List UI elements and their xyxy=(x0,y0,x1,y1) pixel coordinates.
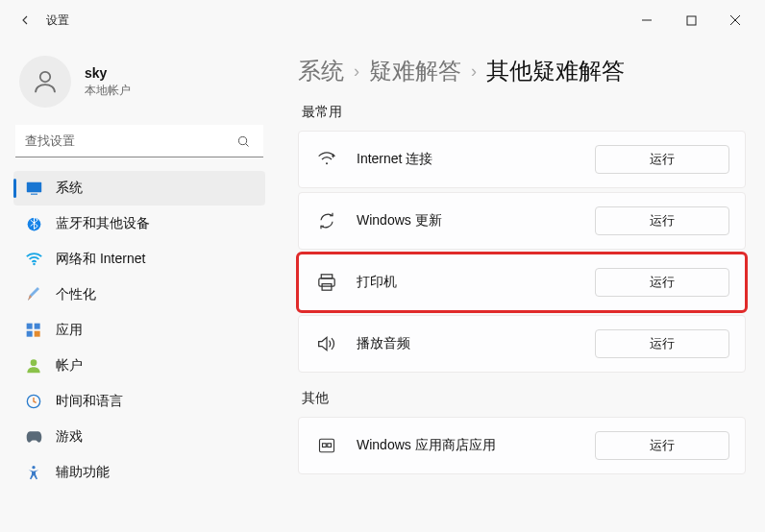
troubleshooter-card-audio: 播放音频 运行 xyxy=(298,315,746,373)
nav-label: 辅助功能 xyxy=(56,464,110,481)
breadcrumb-current: 其他疑难解答 xyxy=(486,56,625,86)
nav-label: 帐户 xyxy=(56,357,83,375)
run-button[interactable]: 运行 xyxy=(595,145,729,174)
main: 系统 › 疑难解答 › 其他疑难解答 最常用 Internet 连接 运行 Wi… xyxy=(279,40,765,532)
svg-rect-10 xyxy=(35,331,40,337)
breadcrumb-link-system[interactable]: 系统 xyxy=(298,56,344,86)
maximize-icon xyxy=(686,15,697,26)
svg-point-11 xyxy=(31,359,37,366)
svg-rect-0 xyxy=(687,16,696,25)
sync-icon xyxy=(314,212,339,230)
troubleshooter-card-internet: Internet 连接 运行 xyxy=(298,131,746,188)
app-title: 设置 xyxy=(46,12,69,29)
account-icon xyxy=(25,358,42,374)
person-icon xyxy=(31,67,60,96)
troubleshooter-card-update: Windows 更新 运行 xyxy=(298,192,746,250)
svg-point-14 xyxy=(326,162,328,164)
svg-rect-19 xyxy=(323,444,327,447)
minimize-button[interactable] xyxy=(625,6,669,35)
most-used-list: Internet 连接 运行 Windows 更新 运行 打印机 运行 播放音频… xyxy=(298,131,746,373)
system-icon xyxy=(25,181,42,195)
svg-rect-3 xyxy=(26,182,40,193)
search-button[interactable] xyxy=(229,125,258,157)
apps-icon xyxy=(25,323,42,338)
avatar xyxy=(19,56,71,108)
card-label: Windows 更新 xyxy=(357,212,595,230)
back-button[interactable] xyxy=(8,6,42,35)
nav-item-bluetooth[interactable]: 蓝牙和其他设备 xyxy=(13,206,265,241)
nav-label: 个性化 xyxy=(56,286,96,303)
svg-point-1 xyxy=(40,72,51,83)
breadcrumb-link-troubleshoot[interactable]: 疑难解答 xyxy=(369,56,461,86)
store-icon xyxy=(314,437,339,454)
close-button[interactable] xyxy=(713,6,757,35)
svg-rect-4 xyxy=(31,194,37,195)
bluetooth-icon xyxy=(25,217,42,231)
user-block[interactable]: sky 本地帐户 xyxy=(13,48,265,125)
card-label: Internet 连接 xyxy=(357,151,595,168)
wifi-icon xyxy=(25,253,42,266)
svg-rect-9 xyxy=(27,331,33,337)
brush-icon xyxy=(25,287,42,302)
wifi-icon xyxy=(314,151,339,168)
nav-label: 应用 xyxy=(56,322,83,339)
troubleshooter-card-printer: 打印机 运行 xyxy=(298,254,746,311)
nav-item-accessibility[interactable]: 辅助功能 xyxy=(13,455,265,490)
search-wrap xyxy=(15,125,263,157)
minimize-icon xyxy=(641,14,653,26)
sidebar: sky 本地帐户 系统 蓝牙和其他设备 网络和 Internet xyxy=(0,40,279,532)
run-button[interactable]: 运行 xyxy=(595,329,729,358)
svg-point-6 xyxy=(33,263,36,266)
gaming-icon xyxy=(25,430,42,444)
nav-item-system[interactable]: 系统 xyxy=(13,171,265,206)
breadcrumb: 系统 › 疑难解答 › 其他疑难解答 xyxy=(298,56,746,86)
user-name: sky xyxy=(85,65,131,81)
nav-item-apps[interactable]: 应用 xyxy=(13,313,265,348)
nav: 系统 蓝牙和其他设备 网络和 Internet 个性化 应用 帐户 xyxy=(13,171,265,490)
nav-label: 游戏 xyxy=(56,428,83,446)
nav-item-network[interactable]: 网络和 Internet xyxy=(13,242,265,277)
nav-label: 系统 xyxy=(56,180,83,197)
speaker-icon xyxy=(314,335,339,352)
arrow-left-icon xyxy=(17,12,33,28)
run-button[interactable]: 运行 xyxy=(595,268,729,297)
section-title-other: 其他 xyxy=(302,390,746,407)
chevron-right-icon: › xyxy=(471,61,477,82)
nav-label: 网络和 Internet xyxy=(56,251,145,268)
svg-rect-16 xyxy=(319,278,334,286)
search-icon xyxy=(236,134,251,149)
svg-rect-8 xyxy=(35,324,40,329)
nav-item-gaming[interactable]: 游戏 xyxy=(13,420,265,454)
svg-rect-17 xyxy=(322,284,332,291)
nav-label: 蓝牙和其他设备 xyxy=(56,215,150,232)
svg-rect-7 xyxy=(27,324,33,329)
section-title-most: 最常用 xyxy=(302,104,746,121)
titlebar: 设置 xyxy=(0,0,765,40)
nav-item-accounts[interactable]: 帐户 xyxy=(13,349,265,383)
svg-point-13 xyxy=(32,466,35,469)
nav-item-time[interactable]: 时间和语言 xyxy=(13,384,265,419)
chevron-right-icon: › xyxy=(354,61,359,82)
accessibility-icon xyxy=(25,465,42,480)
troubleshooter-card-store: Windows 应用商店应用 运行 xyxy=(298,417,746,474)
run-button[interactable]: 运行 xyxy=(595,431,729,460)
card-label: 播放音频 xyxy=(357,335,595,352)
nav-item-personalization[interactable]: 个性化 xyxy=(13,278,265,312)
other-list: Windows 应用商店应用 运行 xyxy=(298,417,746,474)
close-icon xyxy=(729,14,741,26)
nav-label: 时间和语言 xyxy=(56,393,123,410)
user-subtitle: 本地帐户 xyxy=(85,83,131,99)
svg-rect-15 xyxy=(321,275,332,278)
svg-point-2 xyxy=(238,136,246,144)
svg-rect-20 xyxy=(328,444,332,447)
run-button[interactable]: 运行 xyxy=(595,206,729,235)
svg-rect-18 xyxy=(320,439,334,452)
card-label: 打印机 xyxy=(357,274,595,291)
search-input[interactable] xyxy=(15,125,263,157)
maximize-button[interactable] xyxy=(669,6,713,35)
card-label: Windows 应用商店应用 xyxy=(357,437,595,454)
printer-icon xyxy=(314,274,339,291)
clock-icon xyxy=(25,394,42,409)
